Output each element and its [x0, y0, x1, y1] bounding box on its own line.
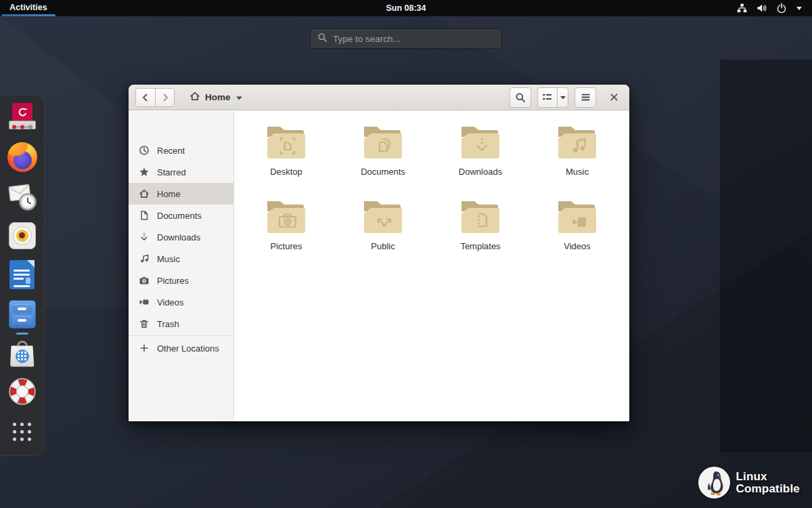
sidebar-item-pictures[interactable]: Pictures — [129, 270, 234, 291]
folder-label: Music — [566, 167, 589, 177]
watermark-line1: Linux — [736, 471, 800, 483]
sidebar-item-other-locations[interactable]: Other Locations — [129, 337, 234, 359]
sidebar-label: Music — [157, 254, 180, 264]
view-options-button[interactable] — [557, 87, 568, 108]
files-window: Home — [129, 85, 629, 421]
folder-label: Downloads — [459, 167, 502, 177]
dock-item-show-applications[interactable] — [6, 416, 39, 448]
folder-grid: Desktop Documents Downlo — [235, 111, 629, 421]
folder-videos-icon — [555, 199, 600, 234]
network-wired-icon — [736, 3, 748, 14]
sidebar-item-downloads[interactable]: Downloads — [129, 226, 234, 248]
dock-item-libreoffice-writer[interactable] — [6, 259, 39, 291]
sidebar-item-music[interactable]: Music — [129, 248, 234, 270]
starred-icon — [139, 167, 150, 177]
search-input[interactable] — [333, 34, 495, 44]
linux-compatible-logo: Linux Compatible — [698, 467, 800, 499]
sidebar-label: Downloads — [157, 232, 200, 242]
headerbar: Home — [129, 85, 629, 110]
clock[interactable]: Sun 08:34 — [0, 3, 812, 13]
dash-dock — [0, 95, 45, 456]
chevron-down-icon — [796, 5, 803, 12]
folder-desktop-icon — [264, 125, 309, 160]
power-icon — [776, 3, 787, 14]
chevron-down-icon — [235, 91, 243, 104]
folder-templates-icon — [458, 199, 503, 234]
workspace-switcher — [720, 60, 812, 452]
firefox-icon — [7, 142, 37, 172]
sidebar-item-home[interactable]: Home — [129, 183, 234, 205]
headerbar-actions — [510, 87, 623, 108]
dock-item-help[interactable] — [6, 377, 39, 408]
dock-item-rhythmbox[interactable] — [6, 219, 39, 251]
sidebar-item-documents[interactable]: Documents — [129, 205, 234, 226]
dock-item-firefox[interactable] — [6, 141, 39, 173]
evolution-icon — [7, 182, 37, 211]
folder-item-music[interactable]: Music — [537, 125, 618, 194]
libreoffice-writer-icon — [9, 260, 35, 289]
penguin-icon — [698, 467, 730, 499]
sidebar-label: Videos — [157, 297, 184, 308]
back-button[interactable] — [135, 88, 155, 107]
show-applications-icon — [13, 423, 31, 441]
system-status-area[interactable] — [732, 0, 807, 16]
help-icon — [8, 377, 37, 408]
sidebar-item-videos[interactable]: Videos — [129, 291, 234, 313]
menu-button[interactable] — [574, 87, 596, 108]
sidebar-label: Starred — [157, 167, 186, 177]
search-button[interactable] — [510, 87, 531, 108]
folder-item-templates[interactable]: Templates — [440, 199, 521, 268]
folder-label: Desktop — [270, 167, 302, 177]
places-sidebar: Recent Starred Home Documents — [129, 111, 234, 421]
view-list-button[interactable] — [537, 87, 557, 108]
folder-item-pictures[interactable]: Pictures — [246, 199, 327, 268]
watermark-line2: Compatible — [736, 483, 800, 495]
overview-search — [310, 28, 502, 49]
folder-documents-icon — [361, 125, 405, 160]
home-icon — [139, 188, 150, 199]
sidebar-item-trash[interactable]: Trash — [129, 313, 234, 335]
activities-button[interactable]: Activities — [0, 0, 57, 16]
sidebar-label: Pictures — [157, 276, 189, 286]
dock-item-software[interactable] — [6, 337, 39, 369]
path-button-home[interactable]: Home — [184, 88, 248, 107]
plus-icon — [139, 343, 150, 354]
sidebar-label: Documents — [157, 211, 202, 221]
sidebar-item-starred[interactable]: Starred — [129, 161, 234, 183]
volume-icon — [757, 3, 767, 14]
dock-item-files[interactable] — [6, 298, 39, 330]
videos-icon — [139, 297, 150, 308]
rhythmbox-icon — [9, 222, 36, 249]
dock-item-debian-software[interactable] — [6, 102, 39, 133]
folder-item-desktop[interactable]: Desktop — [246, 125, 327, 194]
pictures-icon — [139, 275, 150, 286]
view-toggle — [537, 87, 568, 108]
folder-label: Documents — [361, 167, 405, 177]
home-icon — [189, 91, 200, 104]
files-icon — [9, 300, 36, 329]
trash-icon — [139, 318, 150, 329]
close-button[interactable] — [605, 89, 623, 106]
folder-music-icon — [555, 125, 600, 160]
folder-item-documents[interactable]: Documents — [342, 125, 424, 194]
documents-icon — [139, 210, 150, 221]
sidebar-label: Recent — [157, 146, 185, 156]
folder-label: Public — [371, 241, 394, 251]
folder-public-icon — [361, 199, 405, 234]
sidebar-label: Trash — [157, 319, 179, 329]
folder-item-videos[interactable]: Videos — [537, 199, 618, 268]
path-label: Home — [205, 92, 231, 102]
forward-button[interactable] — [155, 88, 175, 107]
folder-label: Pictures — [271, 241, 302, 251]
nav-buttons — [135, 88, 175, 107]
dock-item-evolution[interactable] — [6, 180, 39, 212]
search-icon — [317, 33, 328, 45]
software-icon — [8, 339, 37, 368]
sidebar-item-recent[interactable]: Recent — [129, 140, 234, 161]
folder-downloads-icon — [458, 125, 503, 160]
sidebar-label: Home — [157, 189, 181, 199]
folder-item-public[interactable]: Public — [342, 199, 424, 268]
folder-label: Videos — [564, 241, 591, 251]
folder-item-downloads[interactable]: Downloads — [440, 125, 521, 194]
music-icon — [139, 253, 150, 264]
